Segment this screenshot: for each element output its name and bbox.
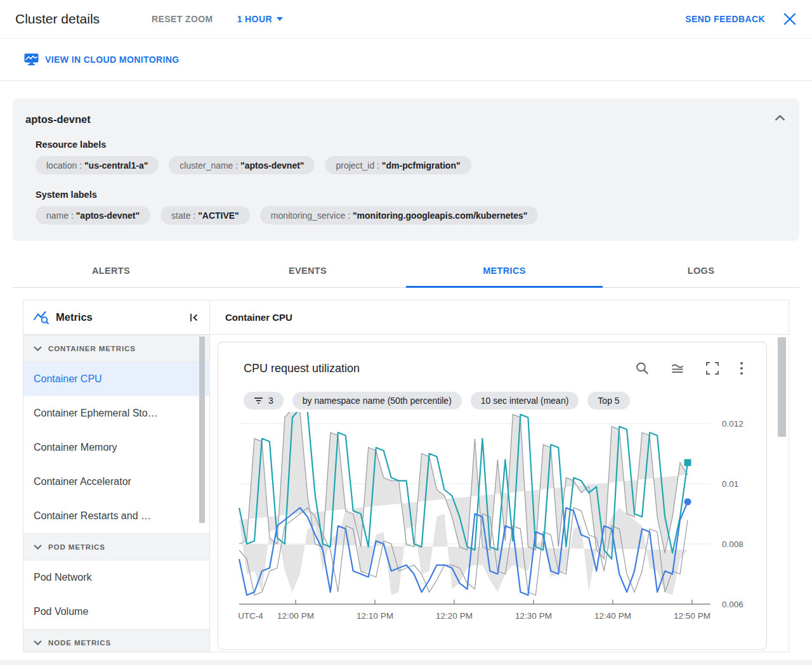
chart-area-title: Container CPU [225,312,292,323]
sidebar-item-container-accelerator[interactable]: Container Accelerator [23,465,209,499]
tab-metrics[interactable]: METRICS [406,257,603,288]
chart-filter-chips: 3 by namespace name (50th percentile) 10… [244,392,743,410]
interval-chip[interactable]: 10 sec interval (mean) [471,392,579,410]
time-range-label: 1 HOUR [237,14,272,24]
x-axis-label: 12:50 PM [674,611,710,621]
sidebar-item-pod-volume[interactable]: Pod Volume [23,595,209,629]
section-pod-metrics[interactable]: POD METRICS [23,533,209,560]
chevron-down-icon [34,640,42,645]
y-axis-label: 0.01 [722,479,738,489]
chevron-down-icon [34,346,42,351]
x-axis-label: 12:30 PM [515,611,552,621]
x-axis-label: 12:20 PM [436,611,473,621]
panel-header: Cluster details RESET ZOOM 1 HOUR SEND F… [0,0,812,38]
tab-events[interactable]: EVENTS [209,257,406,288]
y-axis-label: 0.012 [722,419,743,429]
close-icon[interactable] [783,12,797,26]
y-axis-label: 0.006 [722,600,743,609]
filter-icon [254,397,263,404]
section-container-metrics[interactable]: CONTAINER METRICS [23,335,209,362]
metric-chart-area: Container CPU CPU request utilization [210,300,789,652]
chart-area-body: CPU request utilization [210,335,789,652]
zoom-reset-icon[interactable] [634,361,650,376]
blue-namespace-50th-percentile-end-marker [684,498,691,505]
statistics-view-icon[interactable] [670,361,685,376]
metrics-sidebar-header: Metrics [23,300,209,335]
label-chip-location: location : "us-central1-a" [36,156,159,174]
x-axis-label: 12:10 PM [357,611,393,621]
monitoring-chart-icon [24,53,39,66]
tab-logs[interactable]: LOGS [603,257,799,288]
tab-alerts[interactable]: ALERTS [13,257,209,288]
sidebar-item-container-cpu[interactable]: Container CPU [23,362,209,396]
label-chip-cluster-name: cluster_name : "aptos-devnet" [169,156,315,174]
send-feedback-button[interactable]: SEND FEEDBACK [685,14,765,24]
page-bottom-strip [0,660,812,665]
chevron-down-icon [34,545,42,550]
reset-zoom-button[interactable]: RESET ZOOM [152,14,213,24]
time-range-dropdown[interactable]: 1 HOUR [237,14,283,24]
label-chip-state: state : "ACTIVE" [160,206,250,224]
sidebar-item-container-restarts[interactable]: Container Restarts and … [23,499,209,533]
y-axis-label: 0.008 [722,539,743,549]
collapse-panel-icon[interactable] [189,313,199,323]
fullscreen-icon[interactable] [705,361,719,375]
x-axis-label: 12:40 PM [594,611,631,621]
section-node-metrics[interactable]: NODE METRICS [23,629,209,652]
chart-area-scrollbar-thumb[interactable] [778,337,786,437]
filter-count-chip[interactable]: 3 [244,392,284,410]
system-labels-row: name : "aptos-devnet" state : "ACTIVE" m… [36,206,787,224]
sidebar-title: Metrics [56,311,189,323]
resource-labels-title: Resource labels [36,139,787,150]
label-chip-project-id: project_id : "dm-pcfmigration" [325,156,471,174]
chart-area-header: Container CPU [210,300,789,335]
metrics-content: Metrics CONTAINER METRICS Container CPU … [23,300,789,652]
collapse-card-chevron-up-icon[interactable] [775,112,785,124]
cpu-request-utilization-card: CPU request utilization [218,342,767,650]
metrics-explorer-icon [32,309,49,326]
chevron-down-icon [277,17,283,21]
page-title: Cluster details [15,11,100,27]
sidebar-scrollbar-thumb[interactable] [199,337,205,523]
teal-namespace-50th-percentile-end-marker [684,459,691,466]
chart-title: CPU request utilization [244,362,634,375]
cluster-details-card: aptos-devnet Resource labels location : … [13,98,799,241]
label-chip-monitoring-service: monitoring_service : "monitoring.googlea… [260,206,539,224]
groupby-chip[interactable]: by namespace name (50th percentile) [292,392,462,410]
resource-labels-row: location : "us-central1-a" cluster_name … [36,156,787,174]
sidebar-item-container-ephemeral-storage[interactable]: Container Ephemeral Sto… [23,396,209,430]
label-chip-name: name : "aptos-devnet" [36,206,150,224]
detail-tabs: ALERTS EVENTS METRICS LOGS [13,257,799,288]
monitoring-link-label: VIEW IN CLOUD MONITORING [45,55,180,65]
x-axis-label: 12:00 PM [277,611,314,621]
timezone-label: UTC-4 [238,611,263,621]
sidebar-item-pod-network[interactable]: Pod Network [23,560,209,595]
view-in-cloud-monitoring-link[interactable]: VIEW IN CLOUD MONITORING [24,53,180,66]
cpu-utilization-chart[interactable]: 0.0060.0080.010.012UTC-412:00 PM12:10 PM… [218,412,768,631]
metrics-sidebar: Metrics CONTAINER METRICS Container CPU … [23,300,210,652]
monitoring-link-bar: VIEW IN CLOUD MONITORING [0,38,812,81]
chart-toolbar [634,361,743,376]
system-labels-title: System labels [36,190,787,200]
cluster-name: aptos-devnet [25,113,787,126]
more-options-icon[interactable] [740,361,743,375]
sidebar-item-container-memory[interactable]: Container Memory [23,430,209,465]
top5-chip[interactable]: Top 5 [587,392,629,410]
